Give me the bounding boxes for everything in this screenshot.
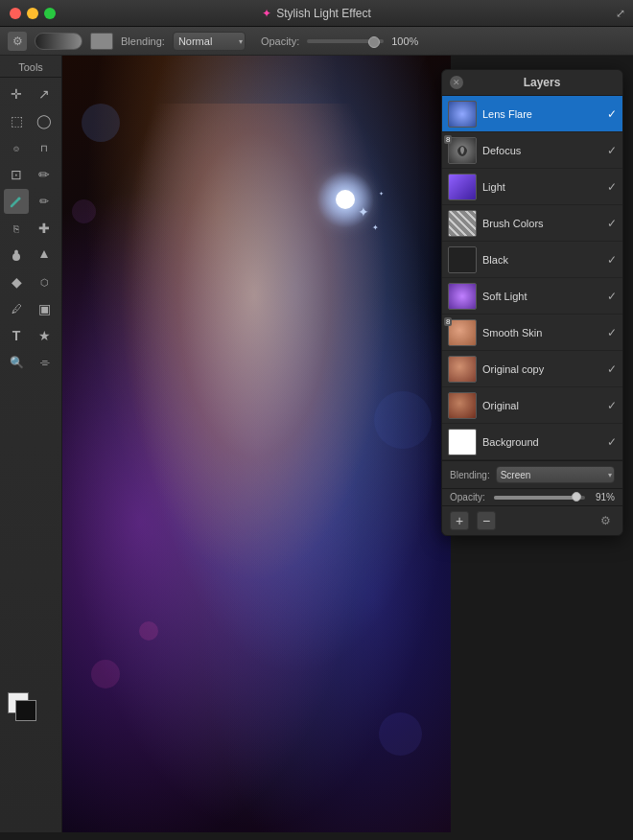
layer-visible-original-copy[interactable]: ✓ — [607, 362, 617, 376]
bokeh-1 — [82, 104, 120, 142]
tool-pen[interactable]: 🖊 — [4, 296, 29, 321]
layers-footer: + − ⚙ — [442, 505, 622, 535]
layer-soft-light[interactable]: Soft Light ✓ — [442, 278, 622, 315]
maximize-button[interactable] — [44, 8, 56, 19]
layer-visible-smooth-skin[interactable]: ✓ — [607, 326, 617, 339]
svg-point-3 — [14, 250, 18, 255]
layers-opacity-track[interactable] — [494, 496, 585, 500]
settings-gear-icon[interactable]: ⚙ — [8, 32, 27, 51]
traffic-lights[interactable] — [10, 8, 56, 19]
fullscreen-button[interactable]: ⤢ — [616, 7, 625, 20]
layer-thumb-lens-flare — [448, 101, 477, 128]
blending-mode-select[interactable]: NormalScreenMultiplyOverlaySoft LightHar… — [173, 32, 246, 51]
layers-blending-row: Blending: NormalScreenMultiplyOverlaySof… — [442, 460, 622, 488]
tool-dodge[interactable] — [4, 243, 29, 268]
layers-blending-wrapper[interactable]: NormalScreenMultiplyOverlaySoft LightHar… — [496, 466, 615, 483]
layer-visible-background[interactable]: ✓ — [607, 435, 617, 449]
lens-flare-overlay — [316, 171, 374, 228]
layer-visible-light[interactable]: ✓ — [607, 180, 617, 194]
blending-label: Blending: — [121, 35, 165, 47]
tool-clone[interactable]: ⎘ — [4, 216, 29, 241]
minimize-button[interactable] — [27, 8, 38, 19]
layer-thumb-smooth-skin — [448, 319, 477, 346]
layer-visible-original[interactable]: ✓ — [607, 399, 617, 412]
tool-text[interactable]: T — [4, 323, 29, 348]
tool-extra[interactable]: ⌯ — [32, 350, 57, 375]
sparkle-3: ✦ — [379, 190, 384, 197]
title-icon: ✦ — [262, 7, 271, 20]
window-title: ✦ Stylish Light Effect — [262, 7, 371, 20]
layer-black[interactable]: Black ✓ — [442, 242, 622, 278]
layer-visible-brush-colors[interactable]: ✓ — [607, 217, 617, 230]
layers-opacity-knob[interactable] — [572, 492, 581, 502]
tool-zoom[interactable]: 🔍 — [4, 350, 29, 375]
layer-defocus[interactable]: 8 Defocus ✓ — [442, 132, 622, 169]
tools-panel: Tools ✛ ↗ ⬚ ◯ ⌾ ⊓ ⊡ ✏ ✏ ⎘ ✚ ◆ ⬡ 🖊 ▣ — [0, 56, 62, 832]
layer-visible-black[interactable]: ✓ — [607, 253, 617, 267]
layer-light[interactable]: Light ✓ — [442, 169, 622, 205]
layer-smooth-skin[interactable]: 8 Smooth Skin ✓ — [442, 315, 622, 351]
tool-move[interactable]: ✛ — [4, 82, 29, 106]
canvas-image: ✦ ✦ ✦ — [62, 56, 451, 832]
layer-original-copy[interactable]: Original copy ✓ — [442, 351, 622, 387]
blending-mode-wrapper[interactable]: NormalScreenMultiplyOverlaySoft LightHar… — [173, 32, 246, 51]
layer-visible-defocus[interactable]: ✓ — [607, 144, 617, 157]
layer-visible-lens-flare[interactable]: ✓ — [607, 107, 617, 121]
layer-thumb-original — [448, 392, 477, 419]
tool-eyedropper[interactable]: ✏ — [32, 162, 57, 187]
layer-brush-colors[interactable]: Brush Colors ✓ — [442, 205, 622, 242]
tool-lasso[interactable]: ⌾ — [4, 135, 29, 160]
title-bar: ✦ Stylish Light Effect ⤢ — [0, 0, 633, 27]
layer-name-black: Black — [482, 254, 603, 266]
layer-name-lens-flare: Lens Flare — [482, 108, 603, 120]
tool-star[interactable]: ★ — [32, 323, 57, 348]
tool-magnetic-lasso[interactable]: ⊓ — [32, 135, 57, 160]
layers-list[interactable]: Lens Flare ✓ 8 Defocus ✓ Light ✓ Brush C… — [442, 96, 622, 460]
layer-visible-soft-light[interactable]: ✓ — [607, 290, 617, 303]
tool-sharpen[interactable]: ◆ — [4, 269, 29, 294]
tool-rect-select[interactable]: ⬚ — [4, 108, 29, 133]
color-swatches[interactable] — [8, 692, 42, 727]
layer-thumb-wrapper-smooth-skin: 8 — [448, 319, 477, 346]
tool-ellipse-select[interactable]: ◯ — [32, 108, 57, 133]
layer-background[interactable]: Background ✓ — [442, 424, 622, 460]
svg-point-1 — [18, 198, 21, 200]
layers-blending-select[interactable]: NormalScreenMultiplyOverlaySoft LightHar… — [496, 466, 615, 483]
tool-blur[interactable]: ⬡ — [32, 269, 57, 294]
layers-settings-icon[interactable]: ⚙ — [596, 511, 615, 530]
close-button[interactable] — [10, 8, 21, 19]
layer-num-smooth-skin: 8 — [444, 317, 452, 326]
layer-original[interactable]: Original ✓ — [442, 387, 622, 424]
tool-healing[interactable]: ✚ — [32, 216, 57, 241]
layers-close-button[interactable]: ✕ — [450, 76, 463, 89]
tool-burn[interactable] — [32, 243, 57, 268]
tools-header: Tools — [0, 56, 61, 78]
add-layer-button[interactable]: + — [450, 511, 469, 530]
tool-gradient[interactable]: ▣ — [32, 296, 57, 321]
color-swatch[interactable] — [90, 33, 113, 50]
canvas-area[interactable]: ✦ ✦ ✦ — [62, 56, 451, 832]
toolbar: ⚙ Blending: NormalScreenMultiplyOverlayS… — [0, 27, 633, 56]
layer-thumb-background — [448, 429, 477, 455]
layer-name-background: Background — [482, 436, 603, 448]
layers-blending-label: Blending: — [450, 470, 490, 480]
remove-layer-button[interactable]: − — [477, 511, 496, 530]
layer-num-defocus: 8 — [444, 135, 452, 144]
tool-crop[interactable]: ⊡ — [4, 162, 29, 187]
foreground-color-swatch[interactable] — [15, 700, 36, 721]
bokeh-6 — [379, 712, 422, 756]
layer-lens-flare[interactable]: Lens Flare ✓ — [442, 96, 622, 132]
opacity-label: Opacity: — [261, 35, 299, 47]
layer-thumb-brush-colors — [448, 210, 477, 237]
tool-brush[interactable] — [4, 189, 29, 214]
layers-opacity-label: Opacity: — [450, 492, 488, 502]
opacity-slider[interactable] — [307, 39, 384, 43]
layer-name-smooth-skin: Smooth Skin — [482, 327, 603, 338]
brush-preview — [35, 33, 82, 50]
tool-transform[interactable]: ↗ — [32, 82, 57, 106]
tool-pencil[interactable]: ✏ — [32, 189, 57, 214]
layers-title: Layers — [469, 76, 615, 89]
layers-opacity-row: Opacity: 91% — [442, 488, 622, 505]
layers-panel: ✕ Layers Lens Flare ✓ 8 Defocus ✓ Light … — [441, 69, 623, 536]
sparkle-2: ✦ — [372, 223, 379, 232]
